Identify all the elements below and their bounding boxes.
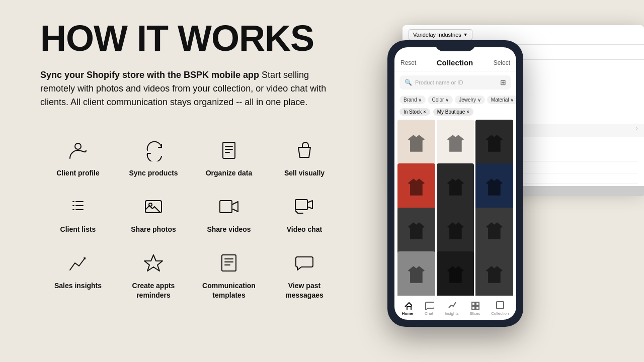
store-name: Vandelay Industries xyxy=(413,32,461,38)
sell-visually-icon xyxy=(291,137,317,163)
client-profile-icon xyxy=(65,137,91,163)
phone-select[interactable]: Select xyxy=(494,59,510,66)
communication-templates-icon xyxy=(216,250,242,276)
view-messages-icon xyxy=(291,250,317,276)
svg-marker-17 xyxy=(144,255,163,271)
grid-icon: ⊞ xyxy=(500,78,506,86)
sales-insights-label: Sales insights xyxy=(54,281,102,290)
store-dropdown[interactable]: Vandelay Industries ▼ xyxy=(409,29,472,40)
product-thumb[interactable] xyxy=(397,251,435,296)
svg-rect-1 xyxy=(223,142,235,158)
chevron-right-icon: › xyxy=(635,124,638,133)
filter-chip[interactable]: Brand ∨ xyxy=(399,96,426,104)
slices-nav-icon xyxy=(470,300,480,310)
chat-nav-label: Chat xyxy=(425,311,433,316)
slices-nav-label: Slices xyxy=(469,311,480,316)
filter-chip[interactable]: Material ∨ xyxy=(487,96,516,104)
feature-organize-data: Organize data xyxy=(191,129,267,186)
svg-rect-22 xyxy=(407,307,411,310)
page-title: HOW IT WORKS xyxy=(40,20,362,56)
phone-mockup: Reset Collection Select 🔍 Product name o… xyxy=(387,40,523,332)
feature-share-videos: Share videos xyxy=(191,186,267,242)
product-thumb[interactable] xyxy=(475,208,513,254)
nav-home[interactable]: Home xyxy=(402,300,413,316)
feature-sell-visually: Sell visually xyxy=(267,129,342,186)
phone-products-grid xyxy=(394,118,516,296)
phone-search-bar[interactable]: 🔍 Product name or ID ⊞ xyxy=(399,75,511,89)
svg-rect-25 xyxy=(472,306,475,309)
feature-sales-insights: Sales insights xyxy=(40,242,116,307)
create-appts-label: Create appts reminders xyxy=(120,281,187,299)
phone-collection-title: Collection xyxy=(437,58,473,67)
svg-rect-27 xyxy=(497,302,504,309)
product-thumb[interactable] xyxy=(437,163,474,210)
client-lists-icon xyxy=(65,194,91,220)
svg-rect-23 xyxy=(472,302,475,305)
share-videos-icon xyxy=(216,194,242,220)
svg-rect-24 xyxy=(476,302,479,305)
nav-collection[interactable]: Collection xyxy=(491,300,509,316)
feature-sync-products: Sync products xyxy=(116,129,191,186)
product-thumb[interactable] xyxy=(475,251,513,296)
video-chat-label: Video chat xyxy=(287,225,323,234)
sync-products-label: Sync products xyxy=(129,168,178,177)
product-thumb[interactable] xyxy=(397,208,435,254)
dropdown-arrow: ▼ xyxy=(463,32,468,37)
phone-reset[interactable]: Reset xyxy=(400,59,416,66)
filter-chip[interactable]: Color ∨ xyxy=(428,96,453,104)
sales-insights-icon xyxy=(65,250,91,276)
feature-share-photos: Share photos xyxy=(116,186,191,242)
nav-slices[interactable]: Slices xyxy=(469,300,480,316)
organize-data-icon xyxy=(216,137,242,163)
feature-create-appts: Create appts reminders xyxy=(116,242,191,307)
sell-visually-label: Sell visually xyxy=(284,168,325,177)
nav-insights[interactable]: Insights xyxy=(445,300,459,316)
active-filter-chip[interactable]: In Stock × xyxy=(399,108,430,116)
subtitle: Sync your Shopify store with the BSPK mo… xyxy=(40,68,332,109)
search-placeholder: Product name or ID xyxy=(415,79,463,85)
organize-data-label: Organize data xyxy=(206,168,253,177)
view-messages-label: View past messagaes xyxy=(271,281,338,299)
share-photos-icon xyxy=(140,194,167,220)
home-nav-label: Home xyxy=(402,311,413,316)
phone-active-filters: In Stock ×My Boutique × xyxy=(394,106,516,118)
sync-products-icon xyxy=(140,137,167,163)
product-thumb[interactable] xyxy=(475,120,513,166)
insights-nav-icon xyxy=(447,300,457,310)
phone-screen: Reset Collection Select 🔍 Product name o… xyxy=(394,47,516,320)
phone-filter-row: Brand ∨Color ∨Jewelry ∨Material ∨ xyxy=(394,94,516,106)
product-thumb[interactable] xyxy=(397,120,435,166)
create-appts-icon xyxy=(140,250,167,276)
feature-client-profile: Client profile xyxy=(40,129,116,186)
product-thumb[interactable] xyxy=(397,163,435,210)
svg-marker-16 xyxy=(307,201,312,209)
phone-notch xyxy=(435,40,475,51)
svg-rect-18 xyxy=(222,255,236,271)
product-thumb[interactable] xyxy=(437,208,474,254)
home-nav-icon xyxy=(403,300,413,310)
phone-frame: Reset Collection Select 🔍 Product name o… xyxy=(387,40,523,327)
feature-client-lists: Client lists xyxy=(40,186,116,242)
left-section: HOW IT WORKS Sync your Shopify store wit… xyxy=(40,20,362,308)
feature-view-messages: View past messagaes xyxy=(267,242,342,307)
svg-marker-14 xyxy=(232,202,238,212)
subtitle-bold: Sync your Shopify store with the BSPK mo… xyxy=(40,70,259,80)
product-thumb[interactable] xyxy=(437,120,474,166)
communication-templates-label: Communication templates xyxy=(195,281,263,299)
search-icon: 🔍 xyxy=(405,79,412,86)
svg-point-0 xyxy=(75,143,81,149)
collection-nav-icon xyxy=(495,300,505,310)
filter-chip[interactable]: Jewelry ∨ xyxy=(455,96,485,104)
nav-chat[interactable]: Chat xyxy=(424,300,434,316)
collection-nav-label: Collection xyxy=(491,311,509,316)
client-lists-label: Client lists xyxy=(60,225,96,234)
active-filter-chip[interactable]: My Boutique × xyxy=(433,108,473,116)
chat-nav-icon xyxy=(424,300,434,310)
product-thumb[interactable] xyxy=(437,251,474,296)
share-photos-label: Share photos xyxy=(131,225,176,234)
phone-bottom-nav: Home Chat Insights Slices Collection xyxy=(394,296,516,320)
insights-nav-label: Insights xyxy=(445,311,459,316)
svg-rect-13 xyxy=(220,201,232,213)
video-chat-icon xyxy=(291,194,317,220)
product-thumb[interactable] xyxy=(475,163,513,210)
